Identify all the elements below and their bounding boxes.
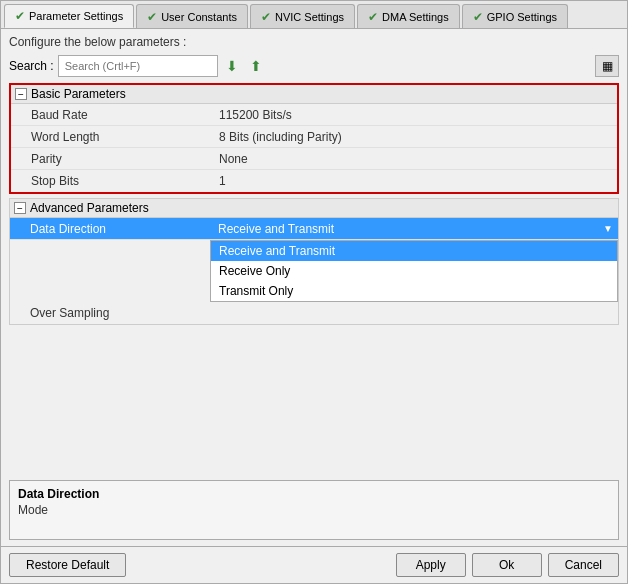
- grid-view-button[interactable]: ▦: [595, 55, 619, 77]
- param-value-parity: None: [211, 149, 617, 169]
- param-name-data-direction: Data Direction: [10, 219, 210, 239]
- table-row: Baud Rate 115200 Bits/s: [11, 104, 617, 126]
- params-area: − Basic Parameters Baud Rate 115200 Bits…: [9, 83, 619, 540]
- tab-parameter-settings[interactable]: ✔ Parameter Settings: [4, 4, 134, 28]
- check-icon-param: ✔: [15, 9, 25, 23]
- param-value-data-direction: Receive and Transmit: [210, 219, 598, 239]
- search-row: Search : ⬇ ⬆ ▦: [9, 55, 619, 77]
- arrow-up-green-icon: ⬆: [250, 58, 262, 74]
- check-icon-dma: ✔: [368, 10, 378, 24]
- search-label: Search :: [9, 59, 54, 73]
- table-row: Stop Bits 1: [11, 170, 617, 192]
- tab-label-user-constants: User Constants: [161, 11, 237, 23]
- ok-button[interactable]: Ok: [472, 553, 542, 577]
- tab-user-constants[interactable]: ✔ User Constants: [136, 4, 248, 28]
- info-description: Mode: [18, 503, 610, 517]
- param-value-word-length: 8 Bits (including Parity): [211, 127, 617, 147]
- advanced-parameters-label: Advanced Parameters: [30, 201, 149, 215]
- search-input[interactable]: [58, 55, 218, 77]
- param-name-parity: Parity: [11, 149, 211, 169]
- info-title: Data Direction: [18, 487, 610, 501]
- arrow-down-green-icon: ⬇: [226, 58, 238, 74]
- dropdown-arrow-icon: ▼: [598, 223, 618, 234]
- minus-icon: −: [18, 89, 24, 100]
- advanced-parameters-header[interactable]: − Advanced Parameters: [10, 199, 618, 218]
- info-box: Data Direction Mode: [9, 480, 619, 540]
- basic-parameters-section: − Basic Parameters Baud Rate 115200 Bits…: [9, 83, 619, 194]
- param-name-word-length: Word Length: [11, 127, 211, 147]
- param-name-over-sampling: Over Sampling: [10, 303, 210, 323]
- param-value-stop-bits: 1: [211, 171, 617, 191]
- button-bar: Restore Default Apply Ok Cancel: [1, 546, 627, 583]
- basic-parameters-header[interactable]: − Basic Parameters: [11, 85, 617, 104]
- param-name-stop-bits: Stop Bits: [11, 171, 211, 191]
- config-label: Configure the below parameters :: [9, 35, 619, 49]
- tab-label-parameter-settings: Parameter Settings: [29, 10, 123, 22]
- tab-label-dma-settings: DMA Settings: [382, 11, 449, 23]
- tab-label-nvic-settings: NVIC Settings: [275, 11, 344, 23]
- basic-collapse-toggle[interactable]: −: [15, 88, 27, 100]
- dropdown-popup: Receive and Transmit Receive Only Transm…: [210, 240, 618, 302]
- tab-bar: ✔ Parameter Settings ✔ User Constants ✔ …: [1, 1, 627, 29]
- check-icon-user: ✔: [147, 10, 157, 24]
- param-value-baud-rate: 115200 Bits/s: [211, 105, 617, 125]
- main-window: ✔ Parameter Settings ✔ User Constants ✔ …: [0, 0, 628, 584]
- table-row: Word Length 8 Bits (including Parity): [11, 126, 617, 148]
- empty-area: [9, 325, 619, 476]
- grid-icon: ▦: [602, 59, 613, 73]
- tab-dma-settings[interactable]: ✔ DMA Settings: [357, 4, 460, 28]
- check-icon-gpio: ✔: [473, 10, 483, 24]
- table-row[interactable]: Data Direction Receive and Transmit ▼: [10, 218, 618, 240]
- advanced-parameters-section: − Advanced Parameters Data Direction Rec…: [9, 198, 619, 325]
- tab-gpio-settings[interactable]: ✔ GPIO Settings: [462, 4, 568, 28]
- tab-nvic-settings[interactable]: ✔ NVIC Settings: [250, 4, 355, 28]
- table-row[interactable]: Over Sampling: [10, 302, 618, 324]
- tab-label-gpio-settings: GPIO Settings: [487, 11, 557, 23]
- dropdown-item-receive-transmit[interactable]: Receive and Transmit: [211, 241, 617, 261]
- restore-default-button[interactable]: Restore Default: [9, 553, 126, 577]
- minus-icon-adv: −: [17, 203, 23, 214]
- search-up-button[interactable]: ⬆: [246, 56, 266, 76]
- advanced-collapse-toggle[interactable]: −: [14, 202, 26, 214]
- cancel-button[interactable]: Cancel: [548, 553, 619, 577]
- table-row: Parity None: [11, 148, 617, 170]
- apply-button[interactable]: Apply: [396, 553, 466, 577]
- param-name-baud-rate: Baud Rate: [11, 105, 211, 125]
- check-icon-nvic: ✔: [261, 10, 271, 24]
- content-area: Configure the below parameters : Search …: [1, 29, 627, 546]
- dropdown-item-receive-only[interactable]: Receive Only: [211, 261, 617, 281]
- dropdown-item-transmit-only[interactable]: Transmit Only: [211, 281, 617, 301]
- basic-parameters-label: Basic Parameters: [31, 87, 126, 101]
- search-down-button[interactable]: ⬇: [222, 56, 242, 76]
- param-value-over-sampling: [210, 310, 618, 316]
